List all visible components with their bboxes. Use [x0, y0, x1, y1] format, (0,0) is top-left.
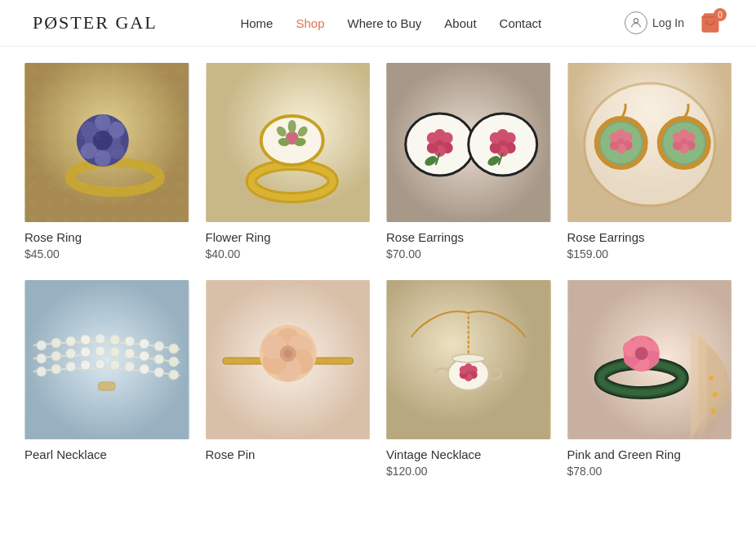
svg-point-127 [460, 366, 468, 374]
product-image-rose-earrings-2 [567, 63, 732, 222]
svg-point-100 [125, 362, 135, 372]
header: PØSTER GAL Home Shop Where to Buy About … [0, 0, 756, 47]
svg-point-130 [708, 376, 713, 381]
product-name-rose-earrings-2: Rose Earrings [567, 230, 732, 244]
login-area[interactable]: Log In [625, 11, 684, 34]
product-name-pink-green-ring: Pink and Green Ring [567, 447, 732, 461]
product-image-rose-earrings-1 [386, 63, 551, 222]
svg-point-22 [287, 120, 296, 133]
product-price-pink-green-ring: $78.00 [567, 465, 732, 478]
svg-point-101 [140, 364, 149, 374]
svg-point-99 [110, 360, 120, 370]
cart-icon[interactable]: 0 [697, 10, 723, 36]
product-card-pink-green-ring[interactable]: Pink and Green Ring $78.00 [567, 280, 732, 478]
product-image-pearl-necklace [24, 280, 189, 439]
main-nav: Home Shop Where to Buy About Contact [240, 16, 541, 30]
product-name-rose-earrings-1: Rose Earrings [386, 230, 551, 244]
product-image-flower-ring [206, 63, 371, 222]
product-name-vintage-necklace: Vintage Necklace [386, 447, 551, 461]
svg-point-71 [672, 132, 682, 142]
product-price-rose-ring: $45.00 [24, 247, 189, 260]
svg-point-80 [125, 336, 135, 346]
svg-rect-14 [25, 63, 189, 222]
product-price-flower-ring: $40.00 [206, 247, 371, 260]
svg-point-36 [427, 132, 438, 144]
product-name-rose-pin: Rose Pin [206, 447, 371, 461]
product-price-rose-earrings-2: $159.00 [567, 247, 732, 260]
svg-point-35 [427, 142, 438, 154]
svg-point-32 [442, 132, 453, 144]
product-grid: Rose Ring $45.00 [24, 63, 732, 478]
svg-point-86 [66, 349, 76, 358]
product-image-rose-ring [24, 63, 189, 222]
product-price-vintage-necklace: $120.00 [386, 465, 551, 478]
product-name-rose-ring: Rose Ring [24, 230, 189, 244]
svg-point-45 [490, 142, 501, 154]
product-image-vintage-necklace [386, 280, 551, 439]
svg-point-85 [51, 351, 61, 361]
product-image-pink-green-ring [567, 280, 732, 439]
product-card-rose-ring[interactable]: Rose Ring $45.00 [24, 63, 189, 260]
login-label: Log In [652, 16, 684, 29]
header-right: Log In 0 [625, 10, 723, 36]
product-card-flower-ring[interactable]: Flower Ring $40.00 [206, 63, 371, 260]
svg-point-78 [96, 334, 105, 344]
product-name-flower-ring: Flower Ring [206, 230, 371, 244]
user-icon [625, 11, 647, 34]
nav-about[interactable]: About [444, 16, 476, 30]
product-card-rose-pin[interactable]: Rose Pin [206, 280, 371, 478]
product-card-rose-earrings-1[interactable]: Rose Earrings $70.00 [386, 63, 551, 260]
svg-point-94 [37, 367, 47, 376]
product-card-rose-earrings-2[interactable]: Rose Earrings $159.00 [567, 63, 732, 260]
svg-point-0 [634, 19, 638, 23]
svg-point-83 [169, 344, 179, 354]
cart-badge: 0 [714, 8, 727, 21]
logo[interactable]: PØSTER GAL [33, 12, 158, 33]
svg-point-74 [37, 340, 47, 350]
product-card-pearl-necklace[interactable]: Pearl Necklace [24, 280, 189, 478]
svg-point-61 [609, 132, 619, 142]
svg-point-98 [96, 359, 105, 369]
svg-point-88 [96, 346, 105, 356]
nav-shop[interactable]: Shop [296, 16, 324, 30]
svg-point-102 [154, 367, 164, 377]
svg-point-143 [634, 347, 647, 360]
product-image-rose-pin [206, 280, 371, 439]
logo-text: PØSTER GAL [33, 12, 158, 33]
svg-point-42 [505, 132, 516, 144]
svg-point-84 [37, 354, 47, 363]
svg-rect-104 [99, 382, 115, 390]
svg-point-81 [140, 339, 149, 349]
nav-home[interactable]: Home [240, 16, 273, 30]
svg-point-87 [81, 347, 91, 357]
svg-point-96 [66, 362, 76, 372]
svg-point-116 [283, 349, 291, 358]
svg-point-131 [712, 392, 717, 397]
nav-where-to-buy[interactable]: Where to Buy [347, 16, 421, 30]
svg-point-93 [169, 357, 179, 367]
svg-point-132 [710, 408, 715, 413]
product-price-rose-earrings-1: $70.00 [386, 247, 551, 260]
svg-point-97 [81, 360, 91, 370]
shop-main: Rose Ring $45.00 [0, 47, 756, 510]
svg-point-103 [169, 370, 179, 380]
svg-point-75 [51, 338, 61, 348]
svg-point-76 [66, 336, 76, 346]
product-card-vintage-necklace[interactable]: Vintage Necklace $120.00 [386, 280, 551, 478]
nav-contact[interactable]: Contact [500, 16, 542, 30]
svg-point-79 [110, 335, 120, 345]
svg-point-92 [154, 354, 164, 364]
svg-point-91 [140, 351, 149, 361]
svg-point-90 [125, 349, 135, 358]
svg-point-82 [154, 341, 164, 351]
svg-point-95 [51, 364, 61, 374]
svg-point-120 [452, 354, 485, 363]
svg-point-89 [110, 347, 120, 357]
svg-point-77 [81, 335, 91, 345]
svg-point-46 [490, 132, 501, 144]
product-name-pearl-necklace: Pearl Necklace [24, 447, 189, 461]
